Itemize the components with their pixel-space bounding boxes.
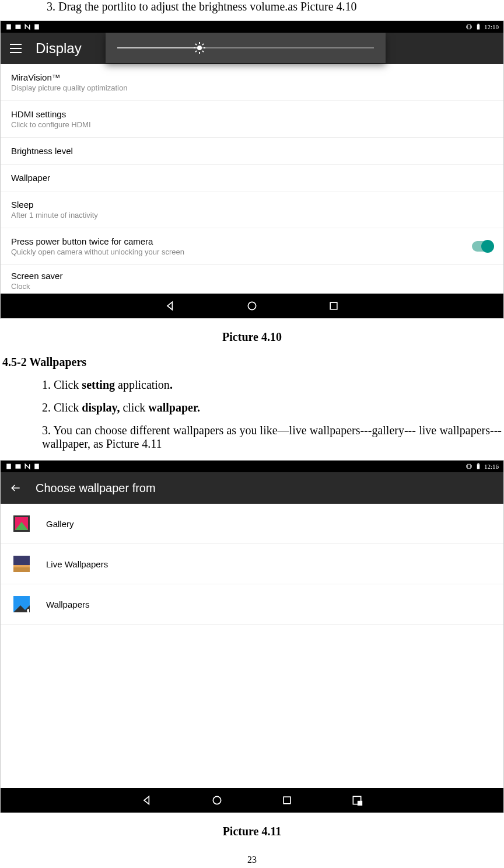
back-arrow-icon[interactable]	[10, 482, 22, 494]
svg-point-35	[213, 796, 220, 804]
home-button[interactable]	[246, 300, 258, 312]
app-bar-2: Choose wallpaper from	[1, 472, 503, 504]
setting-wallpaper[interactable]: Wallpaper	[1, 165, 503, 191]
wallpaper-label: Gallery	[46, 519, 74, 529]
svg-line-16	[202, 44, 204, 45]
status-time: 12:10	[484, 23, 499, 30]
home-button[interactable]	[211, 794, 223, 806]
wallpapers-icon	[11, 594, 32, 615]
image-icon	[15, 463, 22, 470]
vibrate-icon	[466, 23, 473, 30]
recents-button[interactable]	[328, 300, 340, 312]
svg-rect-6	[477, 25, 480, 29]
status-time-2: 12:16	[484, 463, 499, 470]
vibrate-icon	[466, 463, 473, 470]
sd-icon	[5, 23, 12, 30]
page-number: 23	[0, 855, 504, 865]
sd2-icon	[33, 23, 40, 30]
svg-point-17	[248, 302, 256, 309]
app-title-2: Choose wallpaper from	[36, 482, 156, 495]
battery-icon	[475, 463, 482, 470]
back-button[interactable]	[141, 794, 153, 806]
step-3: 3. You can choose different wallpapers a…	[42, 424, 502, 451]
screenshot-icon[interactable]	[351, 794, 363, 806]
svg-rect-22	[468, 464, 471, 469]
svg-point-8	[197, 46, 202, 50]
setting-hdmi[interactable]: HDMI settings Click to configure HDMI	[1, 101, 503, 138]
svg-line-15	[195, 51, 197, 52]
svg-rect-38	[358, 801, 362, 806]
caption-4-10: Picture 4.10	[0, 330, 504, 344]
wallpaper-option-wallpapers[interactable]: Wallpapers	[1, 584, 503, 625]
wallpaper-option-live[interactable]: Live Wallpapers	[1, 544, 503, 584]
svg-rect-7	[477, 24, 479, 25]
svg-rect-19	[6, 464, 11, 469]
svg-rect-26	[477, 463, 479, 465]
wallpaper-label: Wallpapers	[46, 599, 89, 609]
wallpaper-label: Live Wallpapers	[46, 559, 108, 569]
svg-line-14	[202, 51, 204, 52]
gallery-icon	[11, 513, 32, 534]
status-bar: 12:10	[1, 21, 503, 33]
sd2-icon	[33, 463, 40, 470]
setting-miravision[interactable]: MiraVision™ Display picture quality opti…	[1, 64, 503, 101]
back-button[interactable]	[164, 300, 176, 312]
nav-bar-2	[1, 788, 503, 813]
image-icon	[15, 23, 22, 30]
screenshot-wallpaper-chooser: 12:16 Choose wallpaper from Gallery Live…	[0, 460, 504, 813]
section-head-wallpapers: 4.5-2 Wallpapers	[2, 355, 504, 369]
n-icon	[24, 23, 31, 30]
caption-4-11: Picture 4.11	[0, 825, 504, 838]
hamburger-icon[interactable]	[10, 44, 22, 53]
nav-bar	[1, 294, 503, 318]
svg-rect-1	[16, 25, 21, 29]
svg-rect-32	[13, 565, 30, 567]
setting-power-camera[interactable]: Press power button twice for camera Quic…	[1, 228, 503, 265]
svg-line-13	[195, 44, 197, 45]
setting-brightness-level[interactable]: Brightness level	[1, 138, 503, 165]
sd-icon	[5, 463, 12, 470]
svg-rect-20	[16, 464, 21, 469]
step-1: 1. Click setting application.	[42, 378, 502, 392]
svg-rect-21	[34, 464, 39, 469]
live-wallpapers-icon	[11, 553, 32, 574]
brightness-thumb-icon[interactable]	[192, 41, 206, 55]
step-2: 2. Click display, click wallpaper.	[42, 401, 502, 414]
svg-rect-0	[6, 25, 11, 30]
svg-rect-2	[34, 25, 39, 30]
brightness-slider-overlay	[106, 33, 386, 63]
battery-icon	[475, 23, 482, 30]
status-bar-2: 12:16	[1, 461, 503, 472]
setting-sleep[interactable]: Sleep After 1 minute of inactivity	[1, 191, 503, 228]
recents-button[interactable]	[281, 794, 293, 806]
brightness-slider[interactable]	[117, 47, 374, 48]
setting-screen-saver[interactable]: Screen saver Clock	[1, 265, 503, 294]
app-bar: Display	[1, 33, 503, 64]
svg-rect-25	[477, 464, 480, 469]
step-3-top: 3. Drag the portlito to adjust the brigh…	[47, 0, 504, 20]
app-title: Display	[36, 40, 82, 57]
screenshot-display-settings: 12:10 Display MiraVision™ Display pictur…	[0, 20, 504, 319]
wallpaper-option-gallery[interactable]: Gallery	[1, 504, 503, 544]
n-icon	[24, 463, 31, 470]
svg-rect-18	[330, 302, 337, 309]
svg-rect-3	[468, 25, 471, 29]
toggle-power-camera[interactable]	[472, 241, 493, 252]
svg-rect-36	[284, 797, 290, 804]
